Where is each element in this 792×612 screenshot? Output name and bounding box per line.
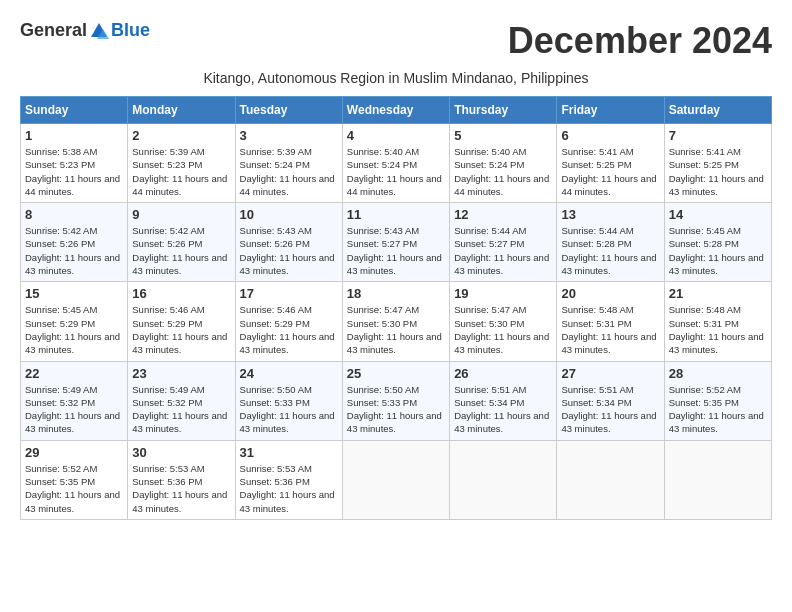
calendar-cell: 12Sunrise: 5:44 AMSunset: 5:27 PMDayligh… [450,203,557,282]
calendar-cell: 28Sunrise: 5:52 AMSunset: 5:35 PMDayligh… [664,361,771,440]
day-number: 19 [454,286,552,301]
day-info: Sunrise: 5:44 AMSunset: 5:28 PMDaylight:… [561,224,659,277]
day-number: 9 [132,207,230,222]
day-number: 30 [132,445,230,460]
day-info: Sunrise: 5:48 AMSunset: 5:31 PMDaylight:… [561,303,659,356]
day-number: 14 [669,207,767,222]
day-info: Sunrise: 5:39 AMSunset: 5:24 PMDaylight:… [240,145,338,198]
day-number: 8 [25,207,123,222]
day-number: 23 [132,366,230,381]
calendar-cell: 1Sunrise: 5:38 AMSunset: 5:23 PMDaylight… [21,124,128,203]
logo: General Blue [20,20,150,41]
calendar-header-row: SundayMondayTuesdayWednesdayThursdayFrid… [21,97,772,124]
day-info: Sunrise: 5:53 AMSunset: 5:36 PMDaylight:… [240,462,338,515]
day-number: 22 [25,366,123,381]
day-number: 20 [561,286,659,301]
logo-icon [89,21,109,41]
day-info: Sunrise: 5:41 AMSunset: 5:25 PMDaylight:… [669,145,767,198]
day-info: Sunrise: 5:43 AMSunset: 5:27 PMDaylight:… [347,224,445,277]
day-info: Sunrise: 5:50 AMSunset: 5:33 PMDaylight:… [347,383,445,436]
calendar-cell: 31Sunrise: 5:53 AMSunset: 5:36 PMDayligh… [235,440,342,519]
calendar-cell: 3Sunrise: 5:39 AMSunset: 5:24 PMDaylight… [235,124,342,203]
day-info: Sunrise: 5:39 AMSunset: 5:23 PMDaylight:… [132,145,230,198]
day-number: 25 [347,366,445,381]
calendar-cell: 24Sunrise: 5:50 AMSunset: 5:33 PMDayligh… [235,361,342,440]
day-info: Sunrise: 5:46 AMSunset: 5:29 PMDaylight:… [240,303,338,356]
calendar-cell: 20Sunrise: 5:48 AMSunset: 5:31 PMDayligh… [557,282,664,361]
day-info: Sunrise: 5:51 AMSunset: 5:34 PMDaylight:… [454,383,552,436]
calendar-cell: 17Sunrise: 5:46 AMSunset: 5:29 PMDayligh… [235,282,342,361]
calendar-cell: 8Sunrise: 5:42 AMSunset: 5:26 PMDaylight… [21,203,128,282]
calendar-week-row: 29Sunrise: 5:52 AMSunset: 5:35 PMDayligh… [21,440,772,519]
calendar-cell: 13Sunrise: 5:44 AMSunset: 5:28 PMDayligh… [557,203,664,282]
calendar-cell: 2Sunrise: 5:39 AMSunset: 5:23 PMDaylight… [128,124,235,203]
day-number: 12 [454,207,552,222]
calendar-cell: 25Sunrise: 5:50 AMSunset: 5:33 PMDayligh… [342,361,449,440]
day-number: 4 [347,128,445,143]
day-info: Sunrise: 5:47 AMSunset: 5:30 PMDaylight:… [454,303,552,356]
day-number: 13 [561,207,659,222]
day-number: 11 [347,207,445,222]
calendar-cell: 10Sunrise: 5:43 AMSunset: 5:26 PMDayligh… [235,203,342,282]
day-header-wednesday: Wednesday [342,97,449,124]
page-header: General Blue December 2024 [20,20,772,62]
day-info: Sunrise: 5:53 AMSunset: 5:36 PMDaylight:… [132,462,230,515]
day-info: Sunrise: 5:47 AMSunset: 5:30 PMDaylight:… [347,303,445,356]
day-header-thursday: Thursday [450,97,557,124]
day-number: 3 [240,128,338,143]
day-info: Sunrise: 5:50 AMSunset: 5:33 PMDaylight:… [240,383,338,436]
day-number: 15 [25,286,123,301]
day-header-sunday: Sunday [21,97,128,124]
day-info: Sunrise: 5:40 AMSunset: 5:24 PMDaylight:… [347,145,445,198]
calendar-week-row: 15Sunrise: 5:45 AMSunset: 5:29 PMDayligh… [21,282,772,361]
day-number: 18 [347,286,445,301]
day-header-tuesday: Tuesday [235,97,342,124]
day-number: 21 [669,286,767,301]
month-title: December 2024 [508,20,772,62]
day-number: 1 [25,128,123,143]
day-info: Sunrise: 5:41 AMSunset: 5:25 PMDaylight:… [561,145,659,198]
calendar-cell: 4Sunrise: 5:40 AMSunset: 5:24 PMDaylight… [342,124,449,203]
calendar-table: SundayMondayTuesdayWednesdayThursdayFrid… [20,96,772,520]
calendar-cell: 21Sunrise: 5:48 AMSunset: 5:31 PMDayligh… [664,282,771,361]
calendar-cell: 19Sunrise: 5:47 AMSunset: 5:30 PMDayligh… [450,282,557,361]
day-header-friday: Friday [557,97,664,124]
logo-blue-text: Blue [111,20,150,41]
logo-general-text: General [20,20,87,41]
calendar-cell: 14Sunrise: 5:45 AMSunset: 5:28 PMDayligh… [664,203,771,282]
calendar-cell: 7Sunrise: 5:41 AMSunset: 5:25 PMDaylight… [664,124,771,203]
calendar-week-row: 8Sunrise: 5:42 AMSunset: 5:26 PMDaylight… [21,203,772,282]
day-header-saturday: Saturday [664,97,771,124]
day-number: 16 [132,286,230,301]
day-number: 28 [669,366,767,381]
day-info: Sunrise: 5:43 AMSunset: 5:26 PMDaylight:… [240,224,338,277]
calendar-cell: 15Sunrise: 5:45 AMSunset: 5:29 PMDayligh… [21,282,128,361]
day-number: 5 [454,128,552,143]
day-number: 27 [561,366,659,381]
location-title: Kitango, Autonomous Region in Muslim Min… [20,70,772,86]
day-number: 24 [240,366,338,381]
calendar-cell: 5Sunrise: 5:40 AMSunset: 5:24 PMDaylight… [450,124,557,203]
calendar-cell: 11Sunrise: 5:43 AMSunset: 5:27 PMDayligh… [342,203,449,282]
calendar-cell: 18Sunrise: 5:47 AMSunset: 5:30 PMDayligh… [342,282,449,361]
day-info: Sunrise: 5:45 AMSunset: 5:28 PMDaylight:… [669,224,767,277]
calendar-cell: 30Sunrise: 5:53 AMSunset: 5:36 PMDayligh… [128,440,235,519]
calendar-cell: 22Sunrise: 5:49 AMSunset: 5:32 PMDayligh… [21,361,128,440]
day-info: Sunrise: 5:38 AMSunset: 5:23 PMDaylight:… [25,145,123,198]
day-number: 6 [561,128,659,143]
day-info: Sunrise: 5:52 AMSunset: 5:35 PMDaylight:… [25,462,123,515]
day-info: Sunrise: 5:49 AMSunset: 5:32 PMDaylight:… [25,383,123,436]
calendar-cell: 6Sunrise: 5:41 AMSunset: 5:25 PMDaylight… [557,124,664,203]
calendar-cell [664,440,771,519]
day-number: 29 [25,445,123,460]
calendar-cell: 9Sunrise: 5:42 AMSunset: 5:26 PMDaylight… [128,203,235,282]
day-info: Sunrise: 5:45 AMSunset: 5:29 PMDaylight:… [25,303,123,356]
day-header-monday: Monday [128,97,235,124]
calendar-week-row: 22Sunrise: 5:49 AMSunset: 5:32 PMDayligh… [21,361,772,440]
day-info: Sunrise: 5:52 AMSunset: 5:35 PMDaylight:… [669,383,767,436]
day-number: 10 [240,207,338,222]
calendar-cell: 29Sunrise: 5:52 AMSunset: 5:35 PMDayligh… [21,440,128,519]
day-info: Sunrise: 5:49 AMSunset: 5:32 PMDaylight:… [132,383,230,436]
day-info: Sunrise: 5:51 AMSunset: 5:34 PMDaylight:… [561,383,659,436]
day-number: 26 [454,366,552,381]
